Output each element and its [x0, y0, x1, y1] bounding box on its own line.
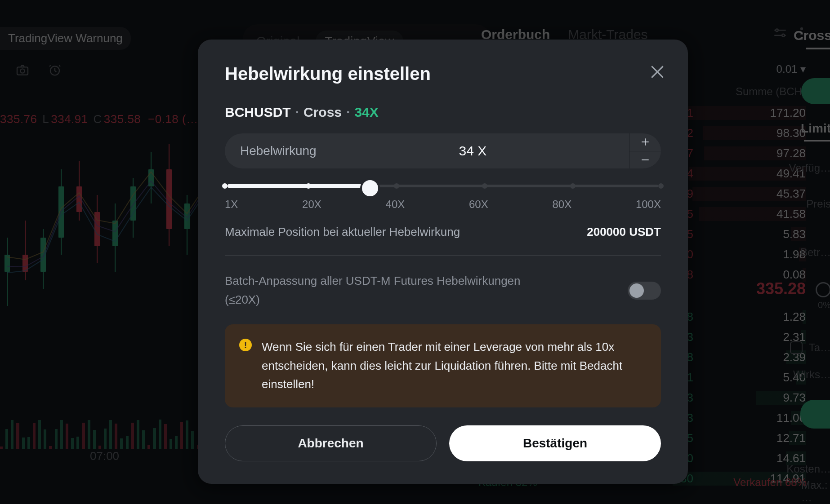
- slider-tick-label: 80X: [552, 198, 571, 211]
- warning-banner: ! Wenn Sie sich für einen Trader mit ein…: [225, 324, 661, 407]
- warning-text: Wenn Sie sich für einen Trader mit einer…: [262, 338, 647, 394]
- pair-symbol: BCHUSDT: [225, 105, 291, 120]
- decrement-button[interactable]: [629, 151, 661, 169]
- warning-icon: !: [239, 339, 252, 351]
- max-position-label: Maximale Position bei aktueller Hebelwir…: [225, 225, 460, 239]
- batch-adjust-label: Batch-Anpassung aller USDT-M Futures Heb…: [225, 272, 549, 309]
- slider-tick-label: 100X: [636, 198, 661, 211]
- modal-title: Hebelwirkung einstellen: [225, 64, 661, 84]
- leverage-stepper[interactable]: Hebelwirkung 34 X: [225, 133, 661, 168]
- increment-button[interactable]: [629, 133, 661, 151]
- stepper-label: Hebelwirkung: [225, 144, 317, 158]
- slider-tick-label: 40X: [386, 198, 405, 211]
- slider-tick-label: 1X: [225, 198, 238, 211]
- divider: [225, 255, 661, 256]
- close-icon[interactable]: [648, 63, 666, 81]
- max-position-value: 200000 USDT: [587, 225, 661, 239]
- current-leverage: 34X: [354, 105, 378, 120]
- slider-tick-label: 20X: [302, 198, 321, 211]
- stepper-value[interactable]: 34 X: [317, 143, 629, 159]
- cancel-button[interactable]: Abbrechen: [225, 425, 437, 461]
- margin-mode-label: Cross: [303, 105, 342, 120]
- leverage-slider[interactable]: 1X20X40X60X80X100X: [225, 182, 661, 211]
- confirm-button[interactable]: Bestätigen: [449, 425, 661, 461]
- leverage-modal: Hebelwirkung einstellen BCHUSDT · Cross …: [198, 40, 688, 484]
- batch-adjust-toggle[interactable]: [628, 282, 661, 300]
- slider-tick-label: 60X: [469, 198, 488, 211]
- slider-thumb[interactable]: [362, 180, 378, 196]
